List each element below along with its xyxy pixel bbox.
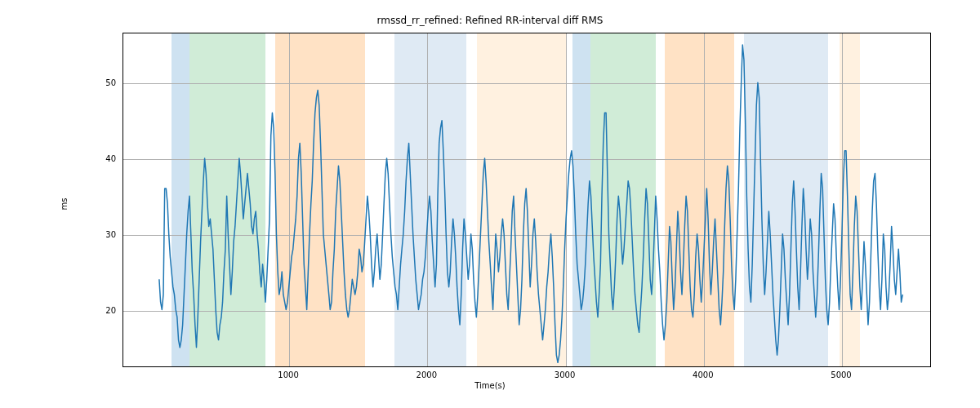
y-axis-label: ms [60, 198, 69, 211]
x-tick-label: 4000 [693, 370, 713, 379]
y-tick-label: 40 [83, 153, 116, 162]
x-axis-label: Time(s) [0, 381, 980, 390]
line-series [123, 33, 930, 366]
y-tick-label: 20 [83, 306, 116, 315]
plot-area [122, 33, 931, 367]
y-tick-label: 30 [83, 229, 116, 238]
chart-figure: rmssd_rr_refined: Refined RR-interval di… [0, 0, 980, 408]
y-tick-label: 50 [83, 78, 116, 86]
x-tick-label: 1000 [278, 370, 298, 379]
x-tick-label: 5000 [831, 370, 851, 379]
chart-title: rmssd_rr_refined: Refined RR-interval di… [0, 15, 980, 26]
x-tick-label: 3000 [555, 370, 575, 379]
x-tick-label: 2000 [416, 370, 437, 379]
